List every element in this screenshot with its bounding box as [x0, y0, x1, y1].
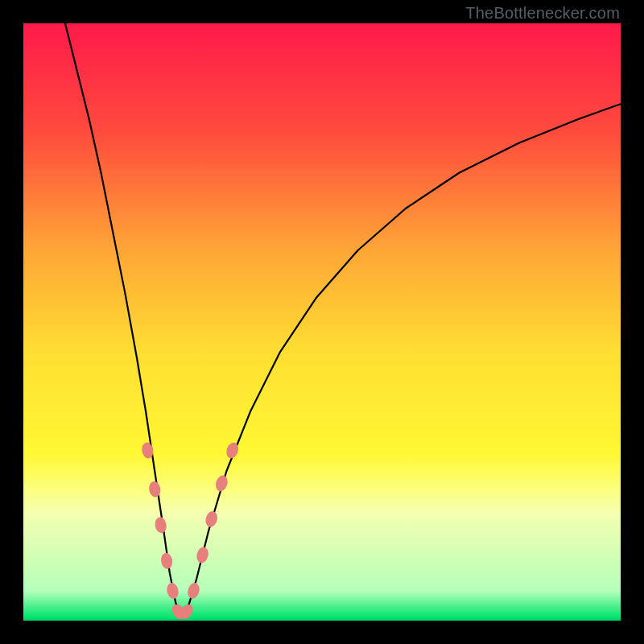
bead-marker: [154, 516, 167, 534]
bead-marker: [214, 474, 229, 493]
bead-marker: [148, 481, 162, 498]
chart-svg: [23, 23, 621, 621]
curve-group: [65, 23, 621, 617]
outer-frame: TheBottlenecker.com: [0, 0, 644, 644]
bead-marker: [195, 546, 209, 564]
bead-marker: [159, 552, 173, 570]
bead-marker: [204, 510, 219, 528]
bead-marker: [186, 581, 201, 600]
watermark-text: TheBottlenecker.com: [465, 4, 620, 23]
marker-group: [141, 441, 241, 621]
series-right-branch: [182, 104, 621, 617]
bead-marker: [165, 582, 180, 601]
